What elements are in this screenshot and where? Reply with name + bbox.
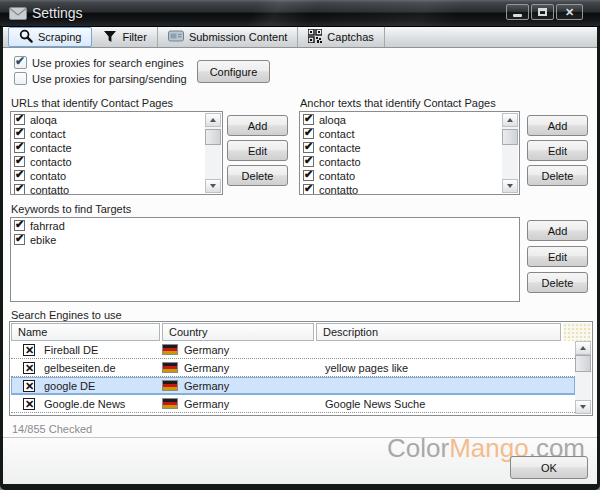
add-button[interactable]: Add [527,220,588,241]
engine-country-cell: Germany [162,362,317,374]
list-item-label: fahrrad [30,220,65,232]
engine-row[interactable]: Fireball DE Germany [11,341,575,359]
list-item[interactable]: ebike [11,233,519,246]
tab-filter[interactable]: Filter [93,27,157,47]
checkbox-icon [303,156,314,167]
engine-name: Google.de News [44,398,125,410]
edit-button[interactable]: Edit [227,140,288,161]
list-item-label: contact [30,128,65,140]
list-item[interactable]: contacto [11,155,205,168]
use-proxies-search-checkbox[interactable]: Use proxies for search engines [14,56,184,69]
edit-button[interactable]: Edit [527,246,588,267]
list-item-label: aloqa [319,114,346,126]
keywords-list[interactable]: fahrrad ebike [10,217,520,302]
list-item-label: contato [319,170,355,182]
delete-button[interactable]: Delete [227,165,288,186]
list-item[interactable]: contact [300,127,502,140]
column-header-country[interactable]: Country [162,323,314,341]
checkbox-x-icon[interactable] [23,398,35,410]
scroll-thumb[interactable] [575,355,591,372]
add-button[interactable]: Add [227,115,288,136]
window-title: Settings [32,5,83,21]
titlebar[interactable]: Settings [0,0,600,27]
engine-country: Germany [184,362,229,374]
scroll-down-icon[interactable] [205,179,221,193]
tab-bar: Scraping Filter Submission Content Captc… [3,27,597,48]
list-item-label: aloqa [30,114,57,126]
close-button[interactable] [556,4,583,20]
checkbox-x-icon[interactable] [23,344,35,356]
list-item[interactable]: aloqa [300,113,502,126]
column-header-description[interactable]: Description [316,323,561,341]
column-header-filler [563,323,591,341]
list-item[interactable]: contacte [300,141,502,154]
funnel-icon [103,30,117,45]
checkbox-icon [14,114,25,125]
scroll-down-icon[interactable] [502,179,518,193]
tab-submission-content[interactable]: Submission Content [158,27,298,47]
engines-label: Search Engines to use [11,309,122,321]
engine-row[interactable]: Google.de News Germany Google News Suche [11,395,575,413]
delete-button[interactable]: Delete [527,272,588,293]
maximize-button[interactable] [531,4,554,20]
url-list-scrollbar[interactable] [205,113,221,193]
checkbox-icon [14,128,25,139]
engine-country-cell: Germany [162,398,317,410]
checkbox-x-icon[interactable] [23,362,35,374]
engine-name: gelbeseiten.de [44,362,116,374]
list-item-label: ebike [30,234,56,246]
checkbox-icon [303,128,314,139]
scroll-up-icon[interactable] [502,113,518,127]
settings-dialog: Settings Scraping Filter Submission Cont… [0,0,600,490]
list-item[interactable]: contato [300,169,502,182]
scroll-down-icon[interactable] [575,400,591,414]
engine-name-cell: Google.de News [11,398,162,410]
tab-scraping[interactable]: Scraping [8,27,92,47]
engine-country: Germany [184,380,229,392]
minimize-icon [513,14,522,17]
ok-button[interactable]: OK [510,456,588,479]
magnifier-icon [19,29,33,45]
url-list-items: aloqa contact contacte contacto contato … [11,113,205,195]
anchor-list-scrollbar[interactable] [502,113,518,193]
card-icon [168,30,184,44]
engine-row[interactable]: gelbeseiten.de Germany yellow pages like [11,359,575,377]
engine-description: yellow pages like [317,362,575,374]
envelope-icon [9,7,27,22]
url-list[interactable]: aloqa contact contacte contacto contato … [10,111,223,195]
list-item[interactable]: contacto [300,155,502,168]
checkbox-icon [14,184,25,195]
list-item[interactable]: contato [11,169,205,182]
delete-button[interactable]: Delete [527,165,588,186]
tab-captchas[interactable]: Captchas [298,27,384,47]
checkbox-icon [14,170,25,181]
scroll-up-icon[interactable] [205,113,221,127]
list-item[interactable]: aloqa [11,113,205,126]
checkbox-icon [303,184,314,195]
anchor-list-label: Anchor texts that identify Contact Pages [300,97,496,109]
engine-name: google DE [44,380,95,392]
minimize-button[interactable] [506,4,529,20]
column-header-name[interactable]: Name [11,323,160,341]
list-item[interactable]: contacte [11,141,205,154]
list-item[interactable]: contact [11,127,205,140]
scroll-thumb[interactable] [205,129,221,145]
tab-label: Scraping [38,31,81,43]
anchor-list[interactable]: aloqa contact contacte contacto contato … [299,111,520,195]
checkbox-icon [303,142,314,153]
list-item[interactable]: fahrrad [11,219,519,232]
edit-button[interactable]: Edit [527,140,588,161]
list-item[interactable]: contatto [300,183,502,195]
germany-flag-icon [162,398,178,409]
add-button[interactable]: Add [527,115,588,136]
scroll-up-icon[interactable] [575,341,591,355]
list-item[interactable]: contatto [11,183,205,195]
keywords-list-items: fahrrad ebike [11,219,519,246]
scroll-thumb[interactable] [502,129,518,145]
configure-button[interactable]: Configure [197,60,270,83]
engines-table-scrollbar[interactable] [575,341,591,414]
checkbox-x-icon[interactable] [23,380,35,392]
use-proxies-parsing-checkbox[interactable]: Use proxies for parsing/sending [14,72,187,85]
engine-row[interactable]: google DE Germany [11,377,575,395]
engine-row[interactable] [11,413,575,414]
